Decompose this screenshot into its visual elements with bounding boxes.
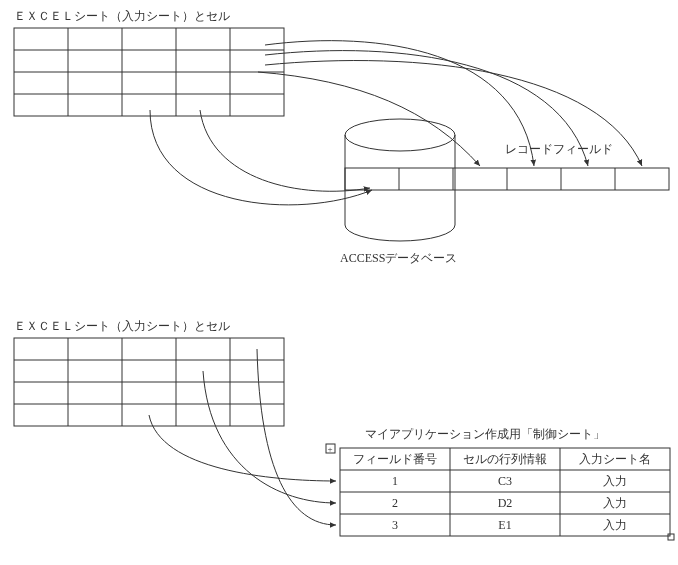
- ctl-r1c3: 入力: [603, 474, 627, 488]
- d2-arrow-1: [149, 415, 336, 481]
- ctl-r1c1: 1: [392, 474, 398, 488]
- excel-grid-1: [14, 28, 284, 116]
- record-label: レコードフィールド: [505, 142, 613, 156]
- svg-point-8: [345, 119, 455, 151]
- ctl-r1c2: C3: [498, 474, 512, 488]
- resize-handle-icon: [668, 534, 674, 540]
- database-cylinder: [345, 119, 455, 241]
- ctl-head-2: セルの行列情報: [463, 452, 547, 466]
- d2-arrow-2: [203, 371, 336, 503]
- d1-arrow-6: [150, 110, 372, 205]
- control-sheet-title: マイアプリケーション作成用「制御シート」: [365, 427, 605, 441]
- database-label: ACCESSデータベース: [340, 251, 457, 265]
- excel-grid-2: [14, 338, 284, 426]
- ctl-r2c3: 入力: [603, 496, 627, 510]
- ctl-r2c2: D2: [498, 496, 513, 510]
- record-field-strip: [345, 168, 669, 190]
- control-table: フィールド番号 セルの行列情報 入力シート名 1 C3 入力 2 D2 入力 3…: [340, 448, 670, 536]
- d1-arrow-4: [258, 72, 480, 166]
- d1-arrow-1: [265, 41, 534, 166]
- expand-icon: +: [326, 444, 335, 454]
- svg-text:+: +: [328, 444, 333, 454]
- d2-arrow-3: [257, 349, 336, 525]
- diagram1-title: ＥＸＣＥＬシート（入力シート）とセル: [14, 9, 230, 23]
- diagram2-title: ＥＸＣＥＬシート（入力シート）とセル: [14, 319, 230, 333]
- ctl-head-3: 入力シート名: [579, 452, 651, 466]
- ctl-r2c1: 2: [392, 496, 398, 510]
- ctl-r3c2: E1: [498, 518, 511, 532]
- ctl-head-1: フィールド番号: [353, 452, 437, 466]
- ctl-r3c1: 3: [392, 518, 398, 532]
- ctl-r3c3: 入力: [603, 518, 627, 532]
